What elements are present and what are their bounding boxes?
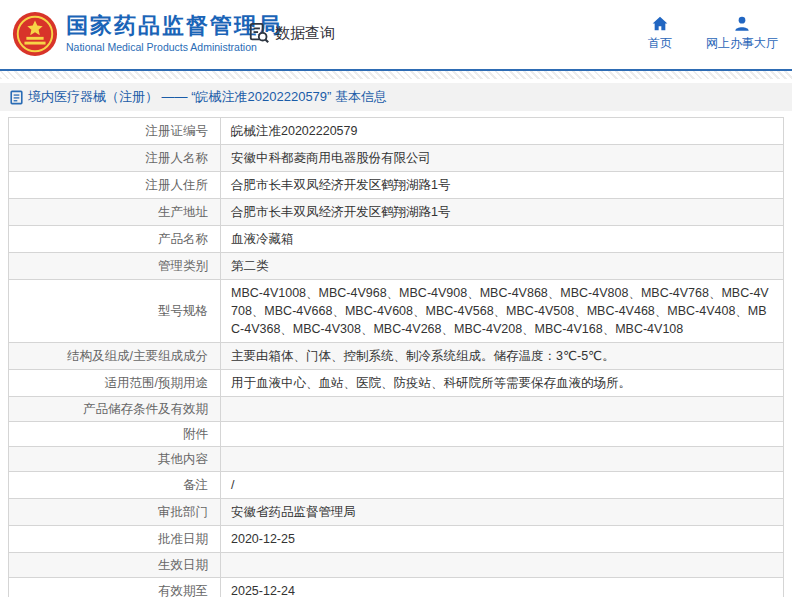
row-label: 备注 [9,472,221,499]
breadcrumb-text: 境内医疗器械（注册） —— “皖械注准20202220579” 基本信息 [28,88,387,106]
row-label: 适用范围/预期用途 [9,370,221,397]
row-label: 其他内容 [9,447,221,472]
header-right-nav: 首页 网上办事大厅 [648,16,778,52]
row-label: 产品储存条件及有效期 [9,397,221,422]
row-label: 有效期至 [9,578,221,597]
online-hall-label: 网上办事大厅 [706,35,778,52]
row-label: 生产地址 [9,199,221,226]
table-row: 型号规格MBC-4V1008、MBC-4V968、MBC-4V908、MBC-4… [9,280,784,343]
table-row: 生产地址合肥市长丰双凤经济开发区鹤翔湖路1号 [9,199,784,226]
home-button[interactable]: 首页 [648,16,672,52]
table-row: 备注/ [9,472,784,499]
table-row: 适用范围/预期用途用于血液中心、血站、医院、防疫站、科研院所等需要保存血液的场所… [9,370,784,397]
table-row: 管理类别第二类 [9,253,784,280]
row-value: 2020-12-25 [221,526,784,553]
data-query-nav[interactable]: 数据查询 [248,22,335,44]
row-value: 合肥市长丰双凤经济开发区鹤翔湖路1号 [221,199,784,226]
row-label: 型号规格 [9,280,221,343]
table-row: 产品名称血液冷藏箱 [9,226,784,253]
document-search-icon [248,22,270,44]
row-value: 皖械注准20202220579 [221,118,784,145]
table-row: 附件 [9,422,784,447]
person-icon [734,16,750,31]
hatched-band [0,71,792,79]
row-value: 2025-12-24 [221,578,784,597]
row-value: 血液冷藏箱 [221,226,784,253]
row-label: 注册证编号 [9,118,221,145]
registration-info-table: 注册证编号皖械注准20202220579注册人名称安徽中科都菱商用电器股份有限公… [8,117,784,597]
row-value: MBC-4V1008、MBC-4V968、MBC-4V908、MBC-4V868… [221,280,784,343]
row-label: 注册人住所 [9,172,221,199]
home-icon [652,16,668,31]
home-label: 首页 [648,35,672,52]
row-label: 结构及组成/主要组成成分 [9,343,221,370]
table-row: 有效期至2025-12-24 [9,578,784,597]
row-value: 安徽中科都菱商用电器股份有限公司 [221,145,784,172]
row-label: 产品名称 [9,226,221,253]
row-label: 注册人名称 [9,145,221,172]
table-row: 批准日期2020-12-25 [9,526,784,553]
table-row: 注册人名称安徽中科都菱商用电器股份有限公司 [9,145,784,172]
breadcrumb: 境内医疗器械（注册） —— “皖械注准20202220579” 基本信息 [0,83,792,111]
row-label: 生效日期 [9,553,221,578]
row-value [221,553,784,578]
page-header: 国家药品监督管理局 National Medical Products Admi… [0,0,792,69]
row-label: 批准日期 [9,526,221,553]
row-value [221,397,784,422]
table-row: 结构及组成/主要组成成分主要由箱体、门体、控制系统、制冷系统组成。储存温度：3℃… [9,343,784,370]
table-row: 其他内容 [9,447,784,472]
row-label: 附件 [9,422,221,447]
row-value [221,422,784,447]
row-value: / [221,472,784,499]
detail-table-wrap: 注册证编号皖械注准20202220579注册人名称安徽中科都菱商用电器股份有限公… [8,117,784,597]
table-row: 生效日期 [9,553,784,578]
row-value: 合肥市长丰双凤经济开发区鹤翔湖路1号 [221,172,784,199]
row-value: 主要由箱体、门体、控制系统、制冷系统组成。储存温度：3℃-5℃。 [221,343,784,370]
row-value [221,447,784,472]
table-row: 注册人住所合肥市长丰双凤经济开发区鹤翔湖路1号 [9,172,784,199]
online-hall-button[interactable]: 网上办事大厅 [706,16,778,52]
row-value: 用于血液中心、血站、医院、防疫站、科研院所等需要保存血液的场所。 [221,370,784,397]
document-icon [10,90,23,105]
row-label: 管理类别 [9,253,221,280]
table-row: 产品储存条件及有效期 [9,397,784,422]
data-query-label: 数据查询 [275,24,335,43]
table-row: 注册证编号皖械注准20202220579 [9,118,784,145]
national-emblem-logo [12,11,58,57]
row-label: 审批部门 [9,499,221,526]
row-value: 第二类 [221,253,784,280]
table-row: 审批部门安徽省药品监督管理局 [9,499,784,526]
row-value: 安徽省药品监督管理局 [221,499,784,526]
